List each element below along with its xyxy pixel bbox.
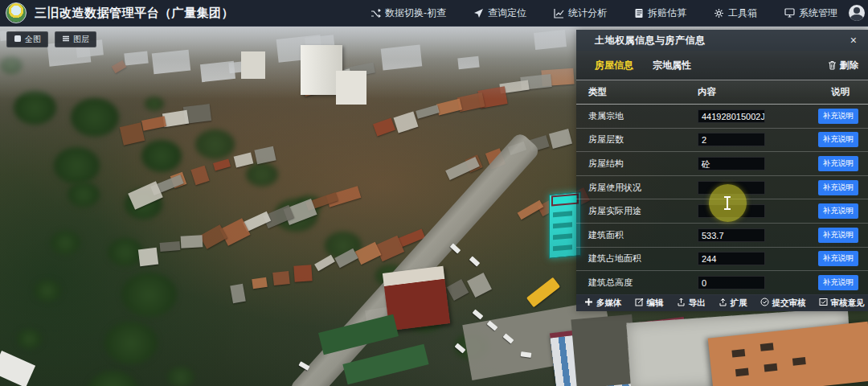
menu-item-4[interactable]: 拆赔估算 bbox=[634, 6, 686, 20]
rooftop bbox=[160, 241, 181, 252]
map-button-label: 图层 bbox=[73, 34, 89, 45]
user-avatar-icon[interactable] bbox=[849, 5, 865, 21]
row-value-input[interactable]: 砼 bbox=[698, 157, 765, 170]
expand-icon bbox=[719, 298, 727, 308]
map-button-2[interactable]: 图层 bbox=[55, 31, 96, 47]
toolbar-label: 导出 bbox=[689, 298, 706, 309]
main-menu: 数据切换-初查查询定位统计分析拆赔估算工具箱系统管理 bbox=[371, 6, 837, 20]
close-icon[interactable]: × bbox=[847, 33, 860, 47]
toolbar-label: 审核意见 bbox=[831, 298, 865, 309]
platform-logo-icon bbox=[6, 2, 27, 23]
delete-button[interactable]: 删除 bbox=[828, 60, 858, 72]
toolbar-label: 提交审核 bbox=[772, 298, 806, 309]
supplement-note-button[interactable]: 补充说明 bbox=[818, 275, 858, 290]
text-cursor-indicator bbox=[709, 184, 747, 222]
row-label: 房屋层数 bbox=[576, 133, 698, 146]
row-label: 建筑总高度 bbox=[576, 277, 698, 289]
menu-item-2[interactable]: 查询定位 bbox=[473, 6, 526, 20]
row-value-input[interactable]: 2 bbox=[698, 133, 765, 146]
panel-tabs: 房屋信息 宗地属性 删除 bbox=[576, 51, 868, 80]
trash-icon bbox=[828, 60, 837, 70]
table-row: 隶属宗地441928015002JB00...补充说明 bbox=[576, 105, 868, 129]
toolbar-label: 多媒体 bbox=[596, 298, 622, 309]
supplement-note-button[interactable]: 补充说明 bbox=[818, 180, 858, 195]
row-label: 隶属宗地 bbox=[576, 110, 698, 122]
menu-item-label: 数据切换-初查 bbox=[385, 6, 446, 20]
tree-canopy bbox=[54, 147, 100, 184]
tab-house-info[interactable]: 房屋信息 bbox=[595, 59, 633, 72]
menu-item-6[interactable]: 系统管理 bbox=[784, 6, 837, 20]
tree-canopy bbox=[71, 98, 119, 137]
review-icon bbox=[819, 298, 828, 308]
toolbar-label: 编辑 bbox=[647, 298, 664, 309]
row-value-input[interactable]: 441928015002JB00... bbox=[698, 109, 765, 123]
rooftop bbox=[181, 235, 203, 248]
locate-icon bbox=[473, 8, 484, 18]
row-label: 房屋实际用途 bbox=[576, 205, 698, 217]
map-button-1[interactable]: 全图 bbox=[6, 31, 48, 47]
rooftop bbox=[252, 277, 267, 289]
row-label: 房屋使用状况 bbox=[576, 182, 698, 194]
table-row: 房屋层数2补充说明 bbox=[576, 129, 868, 153]
menu-item-label: 查询定位 bbox=[488, 6, 526, 20]
row-label: 建筑占地面积 bbox=[576, 253, 698, 265]
supplement-note-button[interactable]: 补充说明 bbox=[818, 156, 858, 171]
tree-canopy bbox=[51, 231, 80, 255]
toolbar-expand[interactable]: 扩展 bbox=[719, 298, 747, 309]
menu-item-1[interactable]: 数据切换-初查 bbox=[371, 6, 446, 20]
row-value-input[interactable]: 533.7 bbox=[698, 228, 765, 242]
data-switch-icon bbox=[371, 8, 381, 18]
toolbar-review[interactable]: 审核意见 bbox=[819, 298, 865, 309]
menu-item-5[interactable]: 工具箱 bbox=[714, 6, 757, 20]
app-window: 全图图层 三旧改造数据管理平台（广量集团） 数据切换-初查查询定位统计分析拆赔估… bbox=[0, 0, 868, 386]
rooftop bbox=[272, 271, 290, 285]
panel-title: 土地权属信息与房产信息 bbox=[595, 34, 706, 47]
toolbar-edit[interactable]: 编辑 bbox=[635, 298, 664, 309]
column-header-note: 说明 bbox=[831, 86, 850, 98]
toolbar-plus[interactable]: 多媒体 bbox=[584, 298, 622, 309]
submit-icon bbox=[760, 298, 769, 308]
app-title: 三旧改造数据管理平台（广量集团） bbox=[35, 6, 234, 21]
toolbar-submit[interactable]: 提交审核 bbox=[760, 298, 806, 309]
map-white-building bbox=[241, 51, 265, 79]
tab-parcel-attributes[interactable]: 宗地属性 bbox=[653, 59, 691, 72]
system-icon bbox=[784, 8, 795, 18]
top-bar: 三旧改造数据管理平台（广量集团） 数据切换-初查查询定位统计分析拆赔估算工具箱系… bbox=[0, 0, 868, 27]
table-row: 建筑面积533.7补充说明 bbox=[576, 224, 868, 248]
tree-canopy bbox=[167, 367, 194, 386]
menu-item-3[interactable]: 统计分析 bbox=[554, 6, 607, 20]
tree-canopy bbox=[246, 162, 278, 187]
supplement-note-button[interactable]: 补充说明 bbox=[818, 203, 858, 219]
menu-item-label: 拆赔估算 bbox=[648, 6, 686, 20]
export-icon bbox=[677, 298, 686, 308]
table-header-row: 类型 内容 说明 bbox=[576, 80, 868, 105]
tree-canopy bbox=[68, 182, 100, 207]
supplement-note-button[interactable]: 补充说明 bbox=[818, 228, 858, 243]
supplement-note-button[interactable]: 补充说明 bbox=[818, 109, 858, 124]
supplement-note-button[interactable]: 补充说明 bbox=[818, 251, 858, 266]
supplement-note-button[interactable]: 补充说明 bbox=[818, 132, 858, 147]
tree-canopy bbox=[141, 140, 182, 172]
table-row: 房屋结构砼补充说明 bbox=[576, 152, 868, 176]
row-value-input[interactable]: 244 bbox=[698, 252, 765, 265]
table-row: 建筑总高度0补充说明 bbox=[576, 271, 868, 295]
toolbar-export[interactable]: 导出 bbox=[677, 298, 706, 309]
map-white-building bbox=[336, 71, 366, 105]
tree-canopy bbox=[195, 129, 235, 159]
row-value-input[interactable]: 0 bbox=[698, 276, 765, 290]
tree-canopy bbox=[17, 329, 42, 349]
delete-label: 删除 bbox=[840, 60, 858, 72]
estimate-icon bbox=[634, 8, 644, 18]
map-button-label: 全图 bbox=[25, 34, 41, 45]
menu-item-label: 系统管理 bbox=[799, 6, 837, 20]
map-icon bbox=[14, 35, 22, 44]
table-row: 建筑占地面积244补充说明 bbox=[576, 248, 868, 272]
tree-canopy bbox=[104, 322, 158, 364]
menu-item-label: 工具箱 bbox=[728, 6, 757, 20]
rooftop bbox=[293, 265, 312, 281]
toolbox-icon bbox=[714, 8, 724, 18]
plus-icon bbox=[584, 298, 593, 308]
tree-canopy bbox=[34, 280, 61, 302]
layers-icon bbox=[62, 35, 70, 44]
map-toolbar: 全图图层 bbox=[6, 31, 96, 47]
